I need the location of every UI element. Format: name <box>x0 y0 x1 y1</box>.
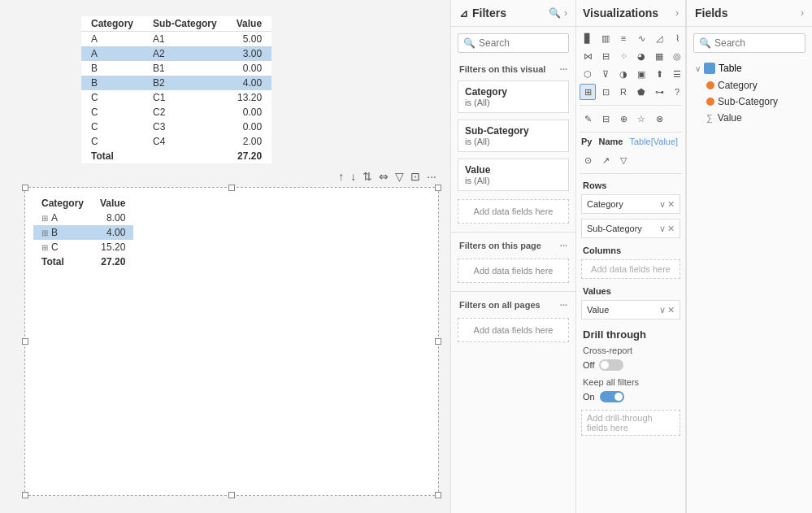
more-icon[interactable]: ··· <box>425 168 438 185</box>
viz-icon-slicer[interactable]: ☰ <box>669 66 685 82</box>
focus-icon[interactable]: ⊡ <box>409 168 422 185</box>
collapse-icon[interactable]: ⇔ <box>377 168 390 185</box>
viz-icon-area[interactable]: ◿ <box>651 30 667 46</box>
viz-icon-hbar[interactable]: ≡ <box>615 30 632 46</box>
field-item-value[interactable]: ∑ Value <box>687 110 812 126</box>
filters-search-input[interactable] <box>479 37 576 49</box>
cross-report-toggle[interactable] <box>599 359 623 371</box>
chevron-down-icon[interactable]: ∨ <box>659 199 666 210</box>
viz-panel-collapse-icon[interactable]: › <box>675 7 679 19</box>
filters-search-box[interactable]: 🔍 <box>458 33 569 53</box>
filter-close-icon[interactable]: › <box>564 7 567 19</box>
filters-all-more[interactable]: ··· <box>560 300 567 310</box>
filter-card-value-sub: is (All) <box>465 176 562 185</box>
matrix-col-header-value: Value <box>92 196 133 211</box>
viz-icon-paginated[interactable]: ⊟ <box>597 111 614 127</box>
name-label[interactable]: Name <box>598 137 623 146</box>
add-fields-visual[interactable]: Add data fields here <box>458 199 569 224</box>
viz-format-icon[interactable]: ⊙ <box>580 152 596 168</box>
keep-all-filters-label: Keep all filters <box>576 376 685 389</box>
resize-handle-mr[interactable] <box>435 338 441 345</box>
viz-icon-treemap[interactable]: ▦ <box>651 48 667 64</box>
resize-handle-br[interactable] <box>435 492 441 498</box>
drill-up-icon[interactable]: ↑ <box>337 168 345 185</box>
expand-icon[interactable]: ⇅ <box>361 168 374 185</box>
keep-all-toggle[interactable] <box>600 391 624 402</box>
filters-visual-more[interactable]: ··· <box>560 64 567 74</box>
resize-handle-tl[interactable] <box>22 185 28 191</box>
resize-handle-ml[interactable] <box>22 338 28 345</box>
matrix-footer-label: Total <box>33 254 92 269</box>
fields-panel-collapse-icon[interactable]: › <box>801 7 804 19</box>
viz-icon-r-visual[interactable]: R <box>615 84 632 100</box>
viz-icon-pie[interactable]: ◕ <box>633 48 649 64</box>
cell-val: 0.00 <box>227 61 271 76</box>
viz-icon-matrix[interactable]: ⊡ <box>597 84 614 100</box>
viz-icon-decomp-tree[interactable]: ⊶ <box>651 84 667 100</box>
resize-handle-bm[interactable] <box>228 492 235 498</box>
filter-divider-2 <box>451 291 575 292</box>
fields-search-box[interactable]: 🔍 <box>693 33 805 53</box>
viz-filter2-icon[interactable]: ▽ <box>615 152 632 168</box>
viz-row-field-subcategory[interactable]: Sub-Category ∨ ✕ <box>581 219 680 238</box>
viz-values-field[interactable]: Value ∨ ✕ <box>581 300 680 320</box>
cell-sub: B2 <box>143 76 227 90</box>
viz-icon-funnel[interactable]: ⊽ <box>597 66 614 82</box>
filter-icon[interactable]: ▽ <box>393 168 406 185</box>
viz-icon-table[interactable]: ⊞ <box>580 84 596 100</box>
filter-card-subcategory[interactable]: Sub-Category is (All) <box>458 120 569 152</box>
fields-table-header[interactable]: ∨ Table <box>687 59 812 77</box>
viz-icon-scatter[interactable]: ⁘ <box>615 48 632 64</box>
fields-panel: Fields › 🔍 ∨ Table Category Sub-Category… <box>686 0 812 513</box>
viz-icon-custom3[interactable]: ⊗ <box>651 111 667 127</box>
filter-card-value[interactable]: Value is (All) <box>458 159 569 191</box>
fields-table-icon <box>704 63 715 74</box>
drill-down-icon[interactable]: ↓ <box>349 168 358 185</box>
filters-on-page-label: Filters on this page <box>459 241 541 250</box>
viz-icon-line[interactable]: ∿ <box>633 30 649 46</box>
filter-card-value-title: Value <box>465 164 562 176</box>
row-field-category-icons: ∨ ✕ <box>659 199 675 210</box>
add-drill-area[interactable]: Add drill-through fields here <box>581 410 680 436</box>
viz-icon-filled-map[interactable]: ⬡ <box>580 66 596 82</box>
matrix-visual: ↑ ↓ ⇅ ⇔ ▽ ⊡ ··· Category Value ⊞A 8.00 <box>24 187 439 496</box>
viz-analytics-icon[interactable]: ↗ <box>597 152 614 168</box>
filter-search-icon[interactable]: 🔍 <box>549 7 561 19</box>
remove-field-icon[interactable]: ✕ <box>667 305 675 315</box>
py-label[interactable]: Py <box>581 137 592 146</box>
viz-icon-gauge[interactable]: ◑ <box>615 66 632 82</box>
viz-icon-smart-narr[interactable]: ✎ <box>580 111 596 127</box>
resize-handle-tr[interactable] <box>435 185 441 191</box>
viz-icon-combo[interactable]: ⌇ <box>669 30 685 46</box>
resize-handle-bl[interactable] <box>22 492 28 498</box>
field-item-category[interactable]: Category <box>687 77 812 93</box>
chevron-down-icon[interactable]: ∨ <box>659 305 666 315</box>
fields-search-input[interactable] <box>714 37 812 49</box>
remove-field-icon[interactable]: ✕ <box>667 199 675 210</box>
viz-icon-map[interactable]: ◎ <box>669 48 685 64</box>
viz-icon-ribbon[interactable]: ⋈ <box>580 48 596 64</box>
viz-icon-bar[interactable]: ▊ <box>580 30 596 46</box>
resize-handle-tm[interactable] <box>228 185 235 191</box>
cell-val: 4.00 <box>227 76 271 90</box>
viz-icon-waterfall[interactable]: ⊟ <box>597 48 614 64</box>
chevron-down-icon[interactable]: ∨ <box>659 224 666 234</box>
add-fields-all[interactable]: Add data fields here <box>458 318 569 342</box>
viz-icon-kpi[interactable]: ⬆ <box>651 66 667 82</box>
viz-icon-card[interactable]: ▣ <box>633 66 649 82</box>
filter-card-category[interactable]: Category is (All) <box>458 80 569 113</box>
field-item-subcategory[interactable]: Sub-Category <box>687 93 812 110</box>
viz-icon-custom2[interactable]: ☆ <box>633 111 649 127</box>
filters-page-more[interactable]: ··· <box>560 241 567 250</box>
viz-icon-azure-map[interactable]: ⬟ <box>633 84 649 100</box>
viz-row-field-category[interactable]: Category ∨ ✕ <box>581 194 680 214</box>
viz-icon-stacked-bar[interactable]: ▥ <box>597 30 614 46</box>
field-label-category: Category <box>718 80 758 91</box>
table-value-label[interactable]: Table[Value] <box>629 137 678 146</box>
add-columns-area[interactable]: Add data fields here <box>581 259 680 279</box>
add-fields-page[interactable]: Add data fields here <box>458 259 569 283</box>
viz-icon-custom1[interactable]: ⊕ <box>615 111 632 127</box>
viz-icon-qa[interactable]: ? <box>669 84 685 100</box>
remove-field-icon[interactable]: ✕ <box>667 224 675 234</box>
cross-report-label: Cross-report <box>576 344 685 357</box>
